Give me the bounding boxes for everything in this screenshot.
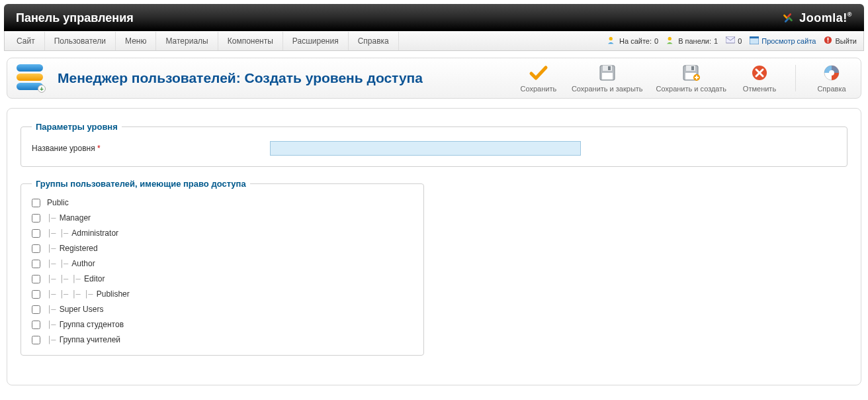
tree-indent: |— [47, 320, 60, 329]
group-checkbox[interactable] [32, 199, 40, 207]
page-title-icon: + [17, 64, 48, 92]
svg-rect-2 [726, 36, 735, 43]
group-name: Группа студентов [60, 320, 124, 329]
group-row: |— |— |— |— Publisher [32, 289, 413, 299]
group-checkbox[interactable] [32, 244, 40, 253]
check-icon [528, 64, 549, 82]
svg-rect-11 [602, 73, 613, 79]
tree-indent: |— |— |— [47, 274, 84, 283]
level-params-fieldset: Параметры уровня Название уровня * [21, 122, 847, 167]
group-row: |— |— |— Editor [32, 274, 413, 283]
svg-rect-14 [691, 66, 694, 70]
separator [795, 65, 796, 91]
groups-list: Public|— Manager|— |— Administrator|— Re… [32, 198, 413, 344]
level-name-input[interactable] [270, 141, 581, 156]
group-name: Manager [60, 213, 91, 223]
tree-indent: |— |— [47, 228, 71, 238]
group-row: |— |— Administrator [32, 228, 413, 238]
group-checkbox[interactable] [32, 229, 40, 238]
save-button[interactable]: Сохранить [519, 64, 558, 93]
status-inpanel: В панели: 1 [666, 36, 718, 46]
group-name: Administrator [71, 228, 118, 238]
tree-indent: |— [47, 244, 60, 253]
group-row: |— |— Author [32, 259, 413, 268]
group-checkbox[interactable] [32, 290, 40, 299]
group-row: |— Registered [32, 244, 413, 253]
help-icon [821, 64, 842, 82]
help-button[interactable]: Справка [812, 64, 851, 93]
group-checkbox[interactable] [32, 336, 40, 344]
group-checkbox[interactable] [32, 214, 40, 223]
group-row: Public [32, 198, 413, 207]
mail-icon [726, 36, 735, 45]
users-front-icon [607, 36, 617, 46]
menu-item-content[interactable]: Материалы [156, 32, 218, 50]
save-close-button[interactable]: Сохранить и закрыть [572, 64, 643, 93]
svg-point-19 [829, 70, 834, 75]
group-checkbox[interactable] [32, 260, 40, 268]
tree-indent: |— [47, 213, 60, 223]
status-bar: На сайте: 0 В панели: 1 0 Просмотр сайта… [607, 36, 861, 46]
group-name: Author [71, 259, 95, 268]
tree-indent: |— [47, 305, 60, 314]
group-checkbox[interactable] [32, 305, 40, 314]
group-checkbox[interactable] [32, 275, 40, 283]
groups-fieldset: Группы пользователей, имеющие право дост… [21, 179, 424, 356]
brand: Joomla!® [781, 11, 852, 25]
svg-point-7 [828, 41, 829, 42]
logout-icon [824, 36, 832, 46]
group-name: Publisher [97, 289, 130, 299]
cancel-button[interactable]: Отменить [740, 64, 779, 93]
page-title: Менеджер пользователей: Создать уровень … [58, 70, 423, 86]
group-name: Registered [60, 244, 98, 253]
svg-point-0 [609, 36, 613, 40]
tree-indent: |— |— [47, 259, 71, 268]
floppy-plus-icon [681, 64, 702, 82]
menu-item-site[interactable]: Сайт [7, 32, 45, 50]
group-row: |— Super Users [32, 305, 413, 314]
group-name: Editor [84, 274, 105, 283]
group-name: Public [47, 198, 69, 207]
status-onsite: На сайте: 0 [607, 36, 658, 46]
groups-legend: Группы пользователей, имеющие право дост… [32, 179, 250, 189]
status-messages[interactable]: 0 [726, 36, 742, 45]
group-checkbox[interactable] [32, 321, 40, 329]
header-bar: Панель управления Joomla!® [4, 4, 864, 31]
brand-text: Joomla!® [799, 11, 852, 25]
menu-item-help[interactable]: Справка [349, 32, 399, 50]
menu-item-menu[interactable]: Меню [116, 32, 156, 50]
group-name: Группа учителей [60, 335, 120, 344]
save-new-button[interactable]: Сохранить и создать [656, 64, 726, 93]
level-name-label: Название уровня * [32, 144, 270, 153]
menu-item-users[interactable]: Пользователи [45, 32, 116, 50]
joomla-logo-icon [781, 11, 795, 25]
svg-point-1 [668, 36, 672, 40]
group-row: |— Группа студентов [32, 320, 413, 329]
floppy-icon [597, 64, 618, 82]
main-menu: Сайт Пользователи Меню Материалы Компоне… [7, 32, 399, 50]
content-panel: Параметры уровня Название уровня * Групп… [7, 108, 861, 385]
menu-item-components[interactable]: Компоненты [218, 32, 283, 50]
window-icon [750, 36, 759, 46]
group-row: |— Группа учителей [32, 335, 413, 344]
menubar: Сайт Пользователи Меню Материалы Компоне… [4, 31, 864, 51]
group-name: Super Users [60, 305, 104, 314]
group-row: |— Manager [32, 213, 413, 223]
menu-item-extensions[interactable]: Расширения [283, 32, 349, 50]
tree-indent: |— [47, 335, 60, 344]
svg-rect-6 [828, 38, 829, 41]
svg-rect-10 [608, 66, 611, 70]
view-site-link[interactable]: Просмотр сайта [750, 36, 816, 46]
close-icon [749, 64, 770, 82]
tree-indent: |— |— |— |— [47, 289, 97, 299]
svg-rect-4 [750, 36, 759, 38]
header-title: Панель управления [16, 11, 134, 25]
toolbar-buttons: Сохранить Сохранить и закрыть Сохранить … [519, 64, 851, 93]
logout-link[interactable]: Выйти [824, 36, 857, 46]
page-toolbar: + Менеджер пользователей: Создать уровен… [7, 58, 861, 99]
level-params-legend: Параметры уровня [32, 122, 122, 132]
users-back-icon [666, 36, 675, 46]
